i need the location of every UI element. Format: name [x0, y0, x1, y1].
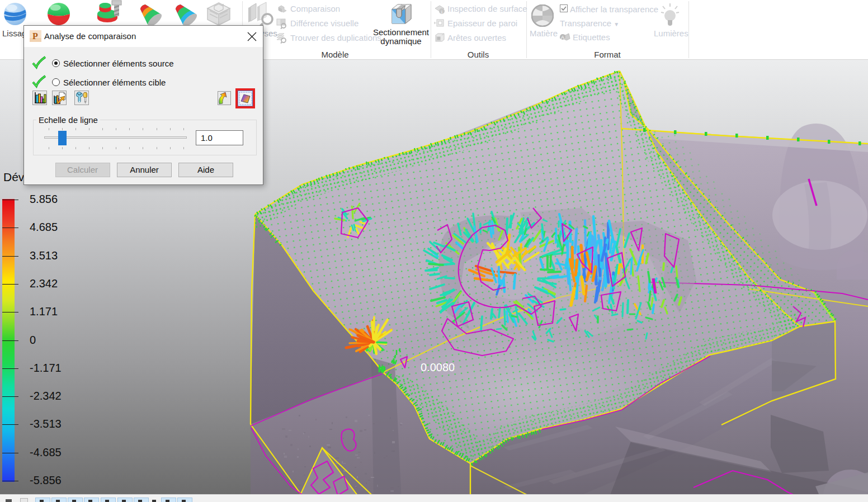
svg-text:P: P [32, 31, 38, 41]
svg-text:0.0080: 0.0080 [421, 361, 455, 373]
svg-text:A: A [561, 35, 564, 40]
